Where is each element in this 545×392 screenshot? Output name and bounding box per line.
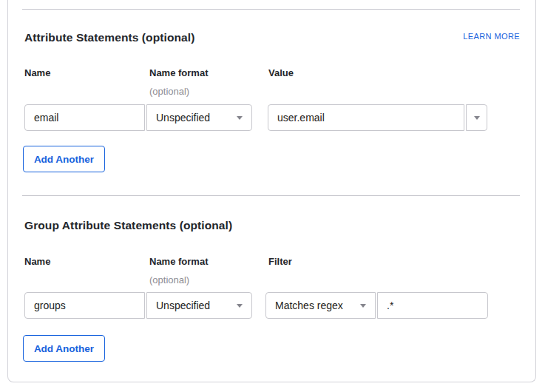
chevron-down-icon <box>474 116 480 120</box>
group-attribute-statements-title: Group Attribute Statements (optional) <box>24 219 232 232</box>
saml-settings-page: Attribute Statements (optional) LEARN MO… <box>0 0 545 392</box>
chevron-down-icon <box>360 304 366 308</box>
settings-card <box>7 0 536 382</box>
chevron-down-icon <box>237 304 243 308</box>
learn-more-link[interactable]: LEARN MORE <box>463 32 520 41</box>
column-note-optional: (optional) <box>149 86 189 97</box>
column-header-value: Value <box>268 67 294 78</box>
column-header-name-format: Name format <box>149 67 208 78</box>
group-filter-match-select[interactable]: Matches regex <box>265 292 376 319</box>
group-filter-value-input[interactable] <box>377 292 488 319</box>
column-header-name-format: Name format <box>149 256 208 267</box>
filter-match-selected-value: Matches regex <box>275 300 343 311</box>
section-divider-top <box>22 9 520 10</box>
column-header-filter: Filter <box>268 256 292 267</box>
attribute-statements-title: Attribute Statements (optional) <box>24 31 194 44</box>
name-format-selected-value: Unspecified <box>156 112 210 124</box>
attribute-value-dropdown-button[interactable] <box>466 104 487 131</box>
column-header-name: Name <box>24 256 50 267</box>
column-note-optional: (optional) <box>149 274 189 285</box>
attribute-name-format-select[interactable]: Unspecified <box>146 104 252 131</box>
section-divider-middle <box>22 195 520 196</box>
group-name-format-select[interactable]: Unspecified <box>146 292 252 319</box>
add-another-group-attribute-button[interactable]: Add Another <box>23 335 105 362</box>
chevron-down-icon <box>237 116 243 120</box>
name-format-selected-value: Unspecified <box>156 300 210 311</box>
attribute-name-input[interactable] <box>24 104 145 131</box>
add-another-attribute-button[interactable]: Add Another <box>23 146 105 172</box>
group-attribute-name-input[interactable] <box>24 292 145 319</box>
attribute-value-input[interactable] <box>268 104 464 131</box>
column-header-name: Name <box>24 67 50 78</box>
